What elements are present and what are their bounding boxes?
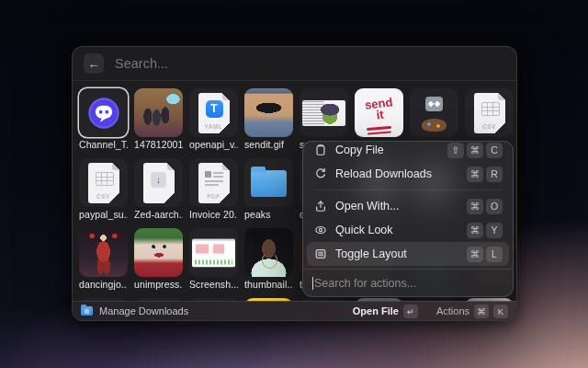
actions-button[interactable]: Actions bbox=[436, 305, 469, 316]
text-caret bbox=[312, 277, 313, 290]
send-it-text: send it bbox=[363, 97, 395, 122]
menu-item-reload-downloads[interactable]: Reload Downloads ⌘ R bbox=[307, 162, 509, 186]
file-tile[interactable] bbox=[244, 228, 293, 277]
file-tile[interactable]: PDF bbox=[189, 158, 238, 207]
shortcut-keys: ⌘ Y bbox=[467, 223, 503, 238]
yaml-file-icon: T YAML bbox=[198, 93, 230, 133]
clipboard-icon bbox=[313, 144, 327, 157]
cmd-key-icon: ⌘ bbox=[474, 305, 489, 318]
actions-menu: Copy File ⇧ ⌘ C Reload Downloads ⌘ bbox=[302, 141, 514, 297]
actions-menu-list: Copy File ⇧ ⌘ C Reload Downloads ⌘ bbox=[303, 142, 513, 269]
folder-icon bbox=[251, 170, 287, 197]
file-cell: PDF Invoice 20... bbox=[189, 158, 238, 221]
search-bar: ← bbox=[73, 47, 516, 81]
file-cell: thumbnail... bbox=[244, 228, 293, 291]
return-key-icon: ↵ bbox=[403, 305, 418, 318]
shortcut-keys: ⇧ ⌘ C bbox=[447, 143, 503, 158]
footer-bar: Manage Downloads Open File ↵ Actions ⌘ K bbox=[73, 301, 516, 320]
menu-item-label: Copy File bbox=[335, 144, 384, 156]
file-tile[interactable] bbox=[134, 88, 183, 137]
menu-item-open-with[interactable]: Open With... ⌘ O bbox=[307, 194, 509, 218]
file-tile[interactable] bbox=[134, 228, 183, 277]
file-label: sendit.gif bbox=[244, 139, 293, 151]
file-tile[interactable] bbox=[244, 158, 293, 207]
reload-icon bbox=[313, 167, 327, 181]
file-tile[interactable]: T YAML bbox=[189, 88, 238, 137]
file-label: 147812001... bbox=[134, 139, 183, 151]
file-cell: unimpress... bbox=[134, 228, 183, 291]
search-input[interactable] bbox=[113, 55, 505, 72]
file-type-badge: CSV bbox=[474, 123, 505, 130]
file-label: Channel_T... bbox=[79, 139, 128, 151]
pdf-file-icon: PDF bbox=[198, 163, 230, 203]
actions-search-placeholder: Search for actions... bbox=[314, 277, 416, 290]
file-cell: dancingjo... bbox=[79, 228, 128, 291]
channel-app-icon bbox=[85, 95, 122, 132]
file-tile[interactable] bbox=[79, 228, 128, 277]
open-file-button[interactable]: Open File bbox=[353, 305, 399, 316]
yaml-glyph: T bbox=[206, 100, 223, 118]
file-tile[interactable]: ↓ bbox=[134, 158, 183, 207]
underline-marks bbox=[367, 126, 391, 131]
menu-item-label: Reload Downloads bbox=[335, 167, 432, 180]
menu-item-copy-file[interactable]: Copy File ⇧ ⌘ C bbox=[307, 142, 509, 162]
file-label: unimpress... bbox=[134, 279, 183, 291]
file-cell: 147812001... bbox=[134, 88, 183, 151]
csv-file-icon: CSV bbox=[474, 93, 505, 133]
menu-item-quick-look[interactable]: Quick Look ⌘ Y bbox=[307, 218, 509, 242]
k-key-icon: K bbox=[493, 305, 508, 318]
file-label: thumbnail... bbox=[244, 279, 293, 291]
launcher-window: ← Channel_T... 147812001... bbox=[72, 46, 517, 321]
file-type-badge: CSV bbox=[88, 193, 119, 200]
shortcut-keys: ⌘ R bbox=[467, 167, 503, 182]
menu-item-toggle-layout[interactable]: Toggle Layout ⌘ L bbox=[307, 242, 509, 266]
file-label: Screensh... bbox=[189, 279, 238, 291]
file-cell: T YAML openapi_v... bbox=[189, 88, 238, 151]
download-file-icon: ↓ bbox=[143, 163, 175, 203]
file-label: Zed-aarch... bbox=[134, 209, 183, 221]
shortcut-keys: ⌘ O bbox=[467, 199, 503, 214]
actions-search[interactable]: Search for actions... bbox=[303, 269, 513, 296]
file-cell: Screensh... bbox=[189, 228, 238, 291]
file-tile[interactable] bbox=[244, 88, 293, 137]
downloads-folder-icon bbox=[81, 306, 93, 316]
file-label: openapi_v... bbox=[189, 139, 238, 151]
menu-divider bbox=[314, 190, 502, 190]
file-cell: ↓ Zed-aarch... bbox=[134, 158, 183, 221]
file-tile[interactable] bbox=[189, 228, 238, 277]
file-cell: peaks bbox=[244, 158, 293, 221]
file-cell: CSV paypal_su... bbox=[79, 158, 128, 221]
file-tile[interactable]: send it bbox=[355, 88, 403, 137]
csv-file-icon: CSV bbox=[88, 163, 119, 203]
file-label: dancingjo... bbox=[79, 279, 128, 291]
menu-item-label: Open With... bbox=[335, 200, 399, 213]
file-type-badge: YAML bbox=[198, 123, 230, 130]
file-tile[interactable]: CSV bbox=[465, 88, 514, 137]
file-tile[interactable] bbox=[300, 88, 348, 137]
menu-item-label: Quick Look bbox=[335, 224, 393, 236]
file-tile-selected[interactable] bbox=[79, 88, 128, 137]
shortcut-keys: ⌘ L bbox=[467, 247, 503, 262]
arrow-left-icon: ← bbox=[88, 57, 100, 71]
back-button[interactable]: ← bbox=[84, 53, 104, 74]
file-tile[interactable]: CSV bbox=[79, 158, 128, 207]
list-icon bbox=[313, 247, 327, 261]
file-cell: Channel_T... bbox=[79, 88, 128, 151]
eye-icon bbox=[313, 224, 327, 237]
file-label: peaks bbox=[244, 209, 293, 221]
file-type-badge: PDF bbox=[198, 193, 230, 200]
menu-item-label: Toggle Layout bbox=[335, 247, 407, 260]
open-with-icon bbox=[313, 200, 327, 213]
extension-title: Manage Downloads bbox=[99, 305, 188, 316]
file-label: Invoice 20... bbox=[189, 209, 238, 221]
file-tile[interactable] bbox=[410, 88, 458, 137]
file-cell: sendit.gif bbox=[244, 88, 293, 151]
file-label: paypal_su... bbox=[79, 209, 128, 221]
download-arrow-icon: ↓ bbox=[151, 172, 166, 188]
